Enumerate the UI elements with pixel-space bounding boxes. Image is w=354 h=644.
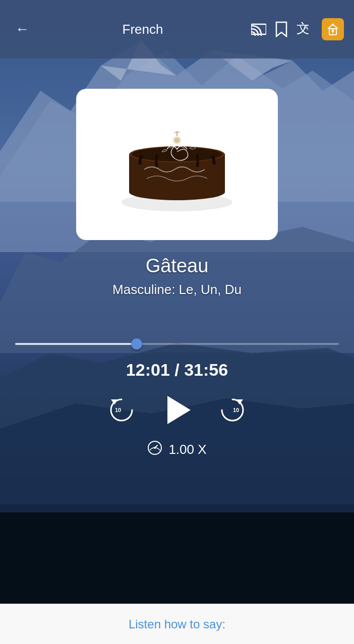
progress-section — [0, 343, 354, 345]
header-icons: 文 A — [251, 18, 344, 40]
forward-icon: 10 — [218, 395, 247, 425]
word-card — [76, 89, 278, 240]
speed-label: 1.00 X — [168, 442, 206, 457]
forward-10-button[interactable]: 10 — [217, 395, 248, 425]
progress-bar-track[interactable] — [15, 343, 339, 345]
speed-icon — [147, 440, 162, 459]
svg-marker-30 — [236, 399, 243, 404]
bottom-bar: Listen how to say: — [0, 604, 354, 644]
cast-button[interactable] — [251, 23, 266, 36]
home-button[interactable] — [322, 18, 344, 40]
play-icon — [167, 396, 191, 424]
home-icon — [326, 23, 339, 36]
svg-text:A: A — [304, 23, 309, 31]
svg-text:10: 10 — [233, 407, 239, 413]
svg-marker-28 — [111, 399, 118, 404]
bookmark-icon — [275, 21, 287, 37]
header: ← French 文 A — [0, 0, 354, 58]
word-subtitle: Masculine: Le, Un, Du — [112, 282, 242, 298]
svg-text:10: 10 — [115, 407, 121, 413]
cake-image — [106, 99, 248, 230]
cast-icon — [251, 23, 266, 36]
back-button[interactable]: ← — [10, 16, 34, 42]
replay-icon: 10 — [107, 395, 136, 425]
translate-button[interactable]: 文 A — [297, 22, 313, 37]
progress-bar-fill — [15, 343, 137, 345]
bottom-bar-text: Listen how to say: — [129, 617, 225, 631]
svg-rect-15 — [332, 24, 334, 26]
replay-10-button[interactable]: 10 — [106, 395, 137, 425]
content-area: Gâteau Masculine: Le, Un, Du — [0, 58, 354, 338]
translate-icon: 文 A — [297, 22, 313, 37]
svg-point-34 — [154, 447, 156, 449]
word-text: Gâteau — [146, 255, 209, 277]
time-display: 12:01 / 31:56 — [126, 360, 228, 380]
bookmark-button[interactable] — [275, 21, 287, 37]
svg-point-13 — [332, 30, 334, 32]
page-title: French — [34, 22, 251, 37]
controls-row: 10 10 — [106, 395, 248, 425]
player-section: 12:01 / 31:56 10 10 — [0, 360, 354, 459]
speed-row[interactable]: 1.00 X — [147, 440, 206, 459]
play-button[interactable] — [162, 395, 192, 425]
svg-point-26 — [174, 138, 180, 143]
cake-svg — [111, 104, 243, 225]
